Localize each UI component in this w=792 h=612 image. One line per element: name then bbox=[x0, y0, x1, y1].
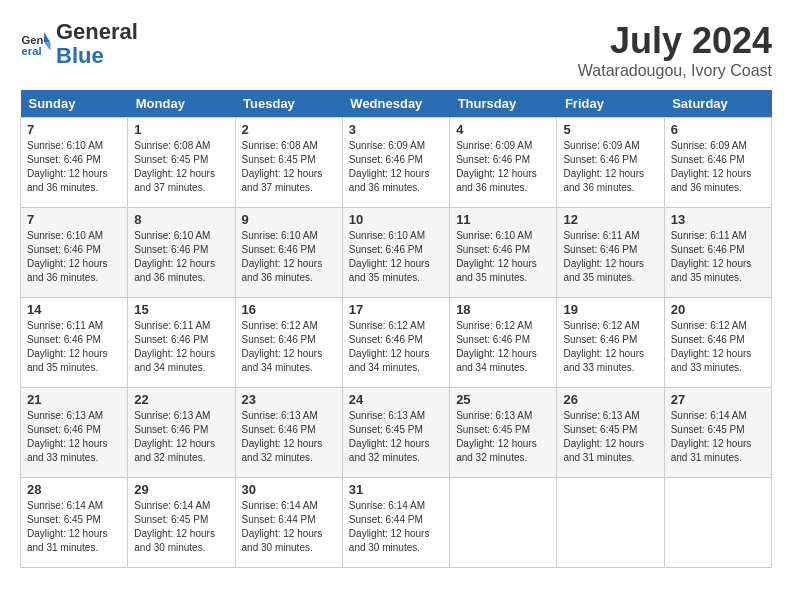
day-number: 1 bbox=[134, 122, 228, 137]
day-info: Sunrise: 6:10 AM Sunset: 6:46 PM Dayligh… bbox=[349, 229, 443, 285]
day-number: 10 bbox=[349, 212, 443, 227]
calendar-cell: 30Sunrise: 6:14 AM Sunset: 6:44 PM Dayli… bbox=[235, 478, 342, 568]
day-number: 31 bbox=[349, 482, 443, 497]
day-info: Sunrise: 6:14 AM Sunset: 6:44 PM Dayligh… bbox=[349, 499, 443, 555]
day-info: Sunrise: 6:12 AM Sunset: 6:46 PM Dayligh… bbox=[456, 319, 550, 375]
day-number: 26 bbox=[563, 392, 657, 407]
day-info: Sunrise: 6:12 AM Sunset: 6:46 PM Dayligh… bbox=[563, 319, 657, 375]
day-number: 17 bbox=[349, 302, 443, 317]
logo-icon: Gen eral bbox=[20, 28, 52, 60]
day-info: Sunrise: 6:09 AM Sunset: 6:46 PM Dayligh… bbox=[456, 139, 550, 195]
calendar-week-4: 21Sunrise: 6:13 AM Sunset: 6:46 PM Dayli… bbox=[21, 388, 772, 478]
calendar-week-3: 14Sunrise: 6:11 AM Sunset: 6:46 PM Dayli… bbox=[21, 298, 772, 388]
calendar-week-2: 7Sunrise: 6:10 AM Sunset: 6:46 PM Daylig… bbox=[21, 208, 772, 298]
calendar-cell: 23Sunrise: 6:13 AM Sunset: 6:46 PM Dayli… bbox=[235, 388, 342, 478]
day-number: 7 bbox=[27, 122, 121, 137]
day-number: 15 bbox=[134, 302, 228, 317]
calendar-cell: 21Sunrise: 6:13 AM Sunset: 6:46 PM Dayli… bbox=[21, 388, 128, 478]
day-number: 29 bbox=[134, 482, 228, 497]
calendar-cell: 27Sunrise: 6:14 AM Sunset: 6:45 PM Dayli… bbox=[664, 388, 771, 478]
day-info: Sunrise: 6:14 AM Sunset: 6:44 PM Dayligh… bbox=[242, 499, 336, 555]
day-info: Sunrise: 6:11 AM Sunset: 6:46 PM Dayligh… bbox=[134, 319, 228, 375]
calendar-cell: 6Sunrise: 6:09 AM Sunset: 6:46 PM Daylig… bbox=[664, 118, 771, 208]
svg-marker-3 bbox=[44, 43, 50, 51]
weekday-header-monday: Monday bbox=[128, 90, 235, 118]
day-number: 12 bbox=[563, 212, 657, 227]
weekday-header-row: SundayMondayTuesdayWednesdayThursdayFrid… bbox=[21, 90, 772, 118]
day-info: Sunrise: 6:14 AM Sunset: 6:45 PM Dayligh… bbox=[27, 499, 121, 555]
calendar-cell: 20Sunrise: 6:12 AM Sunset: 6:46 PM Dayli… bbox=[664, 298, 771, 388]
day-info: Sunrise: 6:13 AM Sunset: 6:46 PM Dayligh… bbox=[134, 409, 228, 465]
month-title: July 2024 bbox=[578, 20, 772, 62]
day-info: Sunrise: 6:11 AM Sunset: 6:46 PM Dayligh… bbox=[671, 229, 765, 285]
day-number: 22 bbox=[134, 392, 228, 407]
calendar-table: SundayMondayTuesdayWednesdayThursdayFrid… bbox=[20, 90, 772, 568]
calendar-cell: 14Sunrise: 6:11 AM Sunset: 6:46 PM Dayli… bbox=[21, 298, 128, 388]
day-info: Sunrise: 6:12 AM Sunset: 6:46 PM Dayligh… bbox=[671, 319, 765, 375]
day-number: 6 bbox=[671, 122, 765, 137]
svg-text:Gen: Gen bbox=[22, 34, 44, 46]
day-info: Sunrise: 6:13 AM Sunset: 6:45 PM Dayligh… bbox=[563, 409, 657, 465]
day-info: Sunrise: 6:10 AM Sunset: 6:46 PM Dayligh… bbox=[27, 139, 121, 195]
day-number: 13 bbox=[671, 212, 765, 227]
location-title: Wataradougou, Ivory Coast bbox=[578, 62, 772, 80]
calendar-cell: 13Sunrise: 6:11 AM Sunset: 6:46 PM Dayli… bbox=[664, 208, 771, 298]
logo: Gen eral General Blue bbox=[20, 20, 138, 68]
day-number: 18 bbox=[456, 302, 550, 317]
day-number: 16 bbox=[242, 302, 336, 317]
day-number: 4 bbox=[456, 122, 550, 137]
calendar-cell: 25Sunrise: 6:13 AM Sunset: 6:45 PM Dayli… bbox=[450, 388, 557, 478]
calendar-cell: 29Sunrise: 6:14 AM Sunset: 6:45 PM Dayli… bbox=[128, 478, 235, 568]
day-number: 21 bbox=[27, 392, 121, 407]
calendar-cell: 26Sunrise: 6:13 AM Sunset: 6:45 PM Dayli… bbox=[557, 388, 664, 478]
calendar-cell: 22Sunrise: 6:13 AM Sunset: 6:46 PM Dayli… bbox=[128, 388, 235, 478]
day-info: Sunrise: 6:08 AM Sunset: 6:45 PM Dayligh… bbox=[242, 139, 336, 195]
title-block: July 2024 Wataradougou, Ivory Coast bbox=[578, 20, 772, 80]
day-number: 8 bbox=[134, 212, 228, 227]
svg-text:eral: eral bbox=[22, 45, 42, 57]
day-number: 20 bbox=[671, 302, 765, 317]
calendar-cell: 1Sunrise: 6:08 AM Sunset: 6:45 PM Daylig… bbox=[128, 118, 235, 208]
day-info: Sunrise: 6:09 AM Sunset: 6:46 PM Dayligh… bbox=[563, 139, 657, 195]
day-number: 28 bbox=[27, 482, 121, 497]
day-info: Sunrise: 6:14 AM Sunset: 6:45 PM Dayligh… bbox=[671, 409, 765, 465]
day-info: Sunrise: 6:13 AM Sunset: 6:45 PM Dayligh… bbox=[456, 409, 550, 465]
calendar-cell: 19Sunrise: 6:12 AM Sunset: 6:46 PM Dayli… bbox=[557, 298, 664, 388]
day-number: 7 bbox=[27, 212, 121, 227]
weekday-header-wednesday: Wednesday bbox=[342, 90, 449, 118]
calendar-week-5: 28Sunrise: 6:14 AM Sunset: 6:45 PM Dayli… bbox=[21, 478, 772, 568]
day-info: Sunrise: 6:09 AM Sunset: 6:46 PM Dayligh… bbox=[349, 139, 443, 195]
calendar-cell: 8Sunrise: 6:10 AM Sunset: 6:46 PM Daylig… bbox=[128, 208, 235, 298]
calendar-week-1: 7Sunrise: 6:10 AM Sunset: 6:46 PM Daylig… bbox=[21, 118, 772, 208]
calendar-cell: 7Sunrise: 6:10 AM Sunset: 6:46 PM Daylig… bbox=[21, 118, 128, 208]
calendar-cell bbox=[557, 478, 664, 568]
calendar-cell: 2Sunrise: 6:08 AM Sunset: 6:45 PM Daylig… bbox=[235, 118, 342, 208]
day-info: Sunrise: 6:10 AM Sunset: 6:46 PM Dayligh… bbox=[242, 229, 336, 285]
day-info: Sunrise: 6:10 AM Sunset: 6:46 PM Dayligh… bbox=[27, 229, 121, 285]
day-number: 25 bbox=[456, 392, 550, 407]
calendar-cell: 31Sunrise: 6:14 AM Sunset: 6:44 PM Dayli… bbox=[342, 478, 449, 568]
calendar-cell: 15Sunrise: 6:11 AM Sunset: 6:46 PM Dayli… bbox=[128, 298, 235, 388]
day-number: 11 bbox=[456, 212, 550, 227]
day-info: Sunrise: 6:14 AM Sunset: 6:45 PM Dayligh… bbox=[134, 499, 228, 555]
calendar-cell: 5Sunrise: 6:09 AM Sunset: 6:46 PM Daylig… bbox=[557, 118, 664, 208]
day-number: 2 bbox=[242, 122, 336, 137]
day-number: 3 bbox=[349, 122, 443, 137]
calendar-cell: 18Sunrise: 6:12 AM Sunset: 6:46 PM Dayli… bbox=[450, 298, 557, 388]
calendar-cell: 17Sunrise: 6:12 AM Sunset: 6:46 PM Dayli… bbox=[342, 298, 449, 388]
calendar-cell: 4Sunrise: 6:09 AM Sunset: 6:46 PM Daylig… bbox=[450, 118, 557, 208]
svg-marker-2 bbox=[44, 32, 50, 42]
calendar-cell: 10Sunrise: 6:10 AM Sunset: 6:46 PM Dayli… bbox=[342, 208, 449, 298]
day-number: 27 bbox=[671, 392, 765, 407]
day-info: Sunrise: 6:10 AM Sunset: 6:46 PM Dayligh… bbox=[456, 229, 550, 285]
calendar-cell: 16Sunrise: 6:12 AM Sunset: 6:46 PM Dayli… bbox=[235, 298, 342, 388]
day-info: Sunrise: 6:13 AM Sunset: 6:46 PM Dayligh… bbox=[242, 409, 336, 465]
day-info: Sunrise: 6:13 AM Sunset: 6:46 PM Dayligh… bbox=[27, 409, 121, 465]
weekday-header-sunday: Sunday bbox=[21, 90, 128, 118]
calendar-cell: 12Sunrise: 6:11 AM Sunset: 6:46 PM Dayli… bbox=[557, 208, 664, 298]
day-number: 5 bbox=[563, 122, 657, 137]
calendar-cell: 9Sunrise: 6:10 AM Sunset: 6:46 PM Daylig… bbox=[235, 208, 342, 298]
day-info: Sunrise: 6:08 AM Sunset: 6:45 PM Dayligh… bbox=[134, 139, 228, 195]
weekday-header-saturday: Saturday bbox=[664, 90, 771, 118]
day-info: Sunrise: 6:12 AM Sunset: 6:46 PM Dayligh… bbox=[242, 319, 336, 375]
